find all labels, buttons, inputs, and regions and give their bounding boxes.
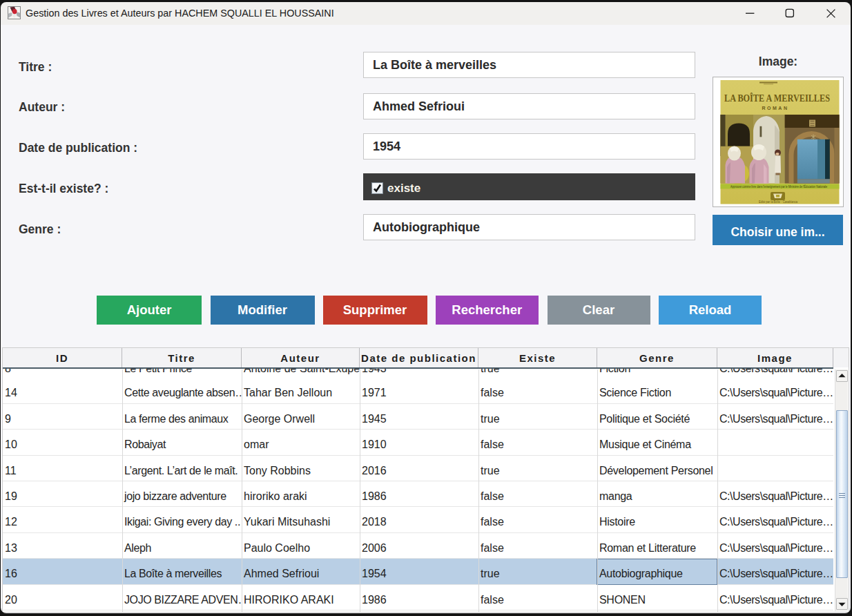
svg-text:ROMAN: ROMAN (762, 106, 789, 110)
svg-text:Edité par la Boîte - Casablanc: Edité par la Boîte - Casablanca (759, 200, 797, 204)
svg-text:LA BOÎTE A MERVEILLES: LA BOÎTE A MERVEILLES (724, 93, 830, 104)
svg-text:Approuvé comme livre dans l'en: Approuvé comme livre dans l'enseignement… (730, 184, 827, 189)
